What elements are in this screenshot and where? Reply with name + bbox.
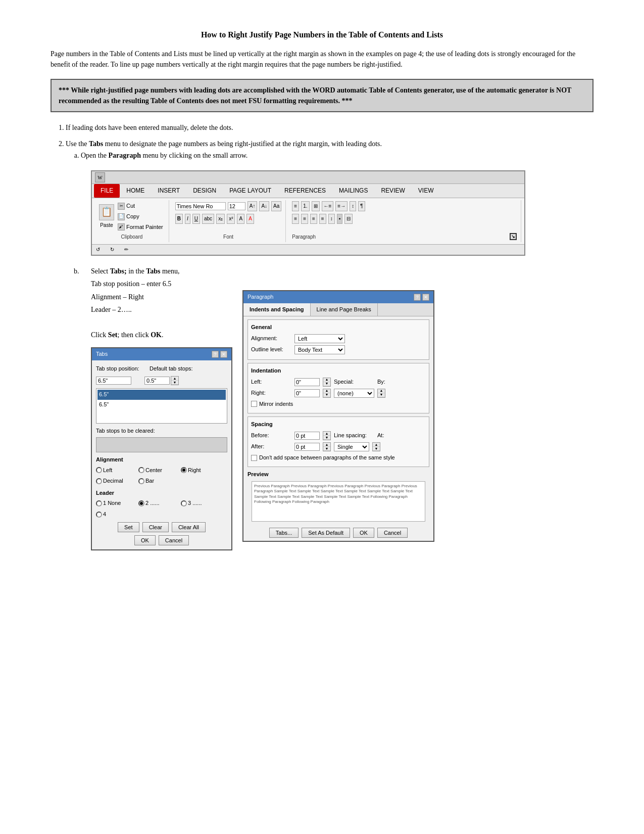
superscript-btn[interactable]: x² xyxy=(227,214,235,224)
undo-btn[interactable]: ↺ xyxy=(96,246,100,254)
tab-listbox[interactable]: 6.5" 6.5" xyxy=(96,388,227,424)
para-tabs-btn[interactable]: Tabs... xyxy=(269,528,299,538)
strikethrough-btn[interactable]: abc xyxy=(202,214,214,224)
radio-leader-2[interactable]: 2 ...... xyxy=(138,499,179,508)
listbox-item-2[interactable]: 6.5" xyxy=(97,400,226,410)
para-dialog-help[interactable]: ? xyxy=(414,294,421,301)
radio-left[interactable]: Left xyxy=(96,466,136,475)
show-marks-btn[interactable]: ¶ xyxy=(358,201,365,211)
font-shrink-btn[interactable]: A↓ xyxy=(259,201,269,211)
tab-insert[interactable]: INSERT xyxy=(151,184,186,198)
tab-home[interactable]: HOME xyxy=(120,184,151,198)
tabs-dialog-close[interactable]: ✕ xyxy=(220,351,227,358)
indent-left-input[interactable] xyxy=(294,378,320,386)
italic-btn[interactable]: I xyxy=(185,214,190,224)
il-spinner-down[interactable]: ▼ xyxy=(323,382,330,386)
tab-page-layout[interactable]: PAGE LAYOUT xyxy=(223,184,278,198)
listbox-item-1[interactable]: 6.5" xyxy=(97,390,226,400)
borders-btn[interactable]: ⊟ xyxy=(344,214,353,224)
radio-leader-none[interactable]: 1 None xyxy=(96,499,136,508)
dont-add-checkbox[interactable]: Don't add space between paragraphs of th… xyxy=(251,453,426,462)
outline-select[interactable]: Body Text xyxy=(294,345,345,354)
tab-mailings[interactable]: MAILINGS xyxy=(332,184,374,198)
ir-spinner-down[interactable]: ▼ xyxy=(323,393,330,397)
indent-left-spinner[interactable]: ▲ ▼ xyxy=(323,378,331,387)
spinner-down[interactable]: ▼ xyxy=(171,381,178,385)
default-stops-spinner[interactable]: ▲ ▼ xyxy=(171,376,179,385)
radio-leader-3[interactable]: 3 ...... xyxy=(181,499,221,508)
paragraph-expand-btn[interactable]: ↘ xyxy=(510,233,517,240)
tab-references[interactable]: REFERENCES xyxy=(278,184,332,198)
at-down[interactable]: ▼ xyxy=(373,447,380,451)
by-spinner-down[interactable]: ▼ xyxy=(378,393,385,397)
tabs-set-btn[interactable]: Set xyxy=(118,522,139,532)
font-size-input[interactable] xyxy=(228,202,245,210)
indent-right-spinner[interactable]: ▲ ▼ xyxy=(323,389,331,398)
para-tab-indents[interactable]: Indents and Spacing xyxy=(243,303,311,316)
radio-decimal[interactable]: Decimal xyxy=(96,477,136,486)
tabs-clear-btn[interactable]: Clear xyxy=(142,522,169,532)
line-spacing-btn[interactable]: ↕ xyxy=(328,214,335,224)
after-input[interactable] xyxy=(294,443,320,451)
format-painter-button[interactable]: 🖌 Format Painter xyxy=(116,222,165,233)
bullets-btn[interactable]: ≡ xyxy=(292,201,299,211)
leader-radio-group: 1 None 2 ...... 3 ...... xyxy=(96,499,227,519)
tab-design[interactable]: DESIGN xyxy=(186,184,223,198)
bold-btn[interactable]: B xyxy=(175,214,183,224)
copy-button[interactable]: 📄 Copy xyxy=(116,212,165,222)
by-spinner[interactable]: ▲ ▼ xyxy=(377,389,385,398)
para-set-default-btn[interactable]: Set As Default xyxy=(302,528,350,538)
before-spinner[interactable]: ▲ ▼ xyxy=(323,431,331,440)
radio-bar[interactable]: Bar xyxy=(138,477,179,486)
font-color-btn[interactable]: A xyxy=(246,214,254,224)
tabs-dialog-title: Tabs xyxy=(96,350,108,359)
tab-view[interactable]: VIEW xyxy=(412,184,440,198)
redo-btn[interactable]: ↻ xyxy=(110,246,114,254)
tab-file[interactable]: FILE xyxy=(94,184,120,198)
para-cancel-btn[interactable]: Cancel xyxy=(377,528,408,538)
alignment-select[interactable]: Left xyxy=(294,334,345,343)
tabs-cancel-btn[interactable]: Cancel xyxy=(159,535,189,545)
cut-button[interactable]: ✂ Cut xyxy=(116,201,165,211)
special-select[interactable]: (none) xyxy=(334,389,374,398)
tab-review[interactable]: REVIEW xyxy=(374,184,411,198)
align-center-btn[interactable]: ≡ xyxy=(301,214,308,224)
decrease-indent-btn[interactable]: ←≡ xyxy=(322,201,334,211)
tabs-clear-all-btn[interactable]: Clear All xyxy=(172,522,206,532)
after-spinner[interactable]: ▲ ▼ xyxy=(323,442,331,451)
justify-btn[interactable]: ≡ xyxy=(319,214,326,224)
tabs-ok-btn[interactable]: OK xyxy=(134,535,156,545)
align-left-btn[interactable]: ≡ xyxy=(292,214,299,224)
shading-btn[interactable]: ▪ xyxy=(337,214,343,224)
bs-down[interactable]: ▼ xyxy=(323,436,330,440)
tab-position-input[interactable] xyxy=(96,377,131,385)
paste-button[interactable]: 📋 Paste xyxy=(99,204,114,229)
highlight-btn[interactable]: A xyxy=(237,214,244,224)
para-tab-line-breaks[interactable]: Line and Page Breaks xyxy=(311,303,378,316)
customize-btn[interactable]: ✏ xyxy=(124,246,128,254)
multi-list-btn[interactable]: ⊞ xyxy=(312,201,320,211)
radio-center[interactable]: Center xyxy=(138,466,179,475)
tabs-dialog-help[interactable]: ? xyxy=(212,351,219,358)
before-input[interactable] xyxy=(294,432,320,440)
clear-format-btn[interactable]: Aa xyxy=(271,201,281,211)
para-ok-btn[interactable]: OK xyxy=(353,528,374,538)
indent-right-input[interactable] xyxy=(294,389,320,397)
radio-leader-2-label: 2 ...... xyxy=(145,499,160,508)
font-grow-btn[interactable]: A↑ xyxy=(247,201,258,211)
font-name-input[interactable] xyxy=(175,202,226,210)
mirror-indents-checkbox[interactable]: Mirror indents xyxy=(251,400,426,409)
at-spinner[interactable]: ▲ ▼ xyxy=(372,442,380,451)
underline-btn[interactable]: U xyxy=(192,214,200,224)
sort-btn[interactable]: ↕ xyxy=(350,201,356,211)
numbering-btn[interactable]: 1. xyxy=(301,201,309,211)
radio-leader-4[interactable]: 4 xyxy=(96,510,136,519)
default-stops-input[interactable] xyxy=(144,377,170,385)
align-right-btn[interactable]: ≡ xyxy=(310,214,317,224)
line-spacing-select[interactable]: Single xyxy=(334,442,369,451)
subscript-btn[interactable]: x₂ xyxy=(216,214,225,224)
para-dialog-close[interactable]: ✕ xyxy=(422,294,429,301)
as-down[interactable]: ▼ xyxy=(323,447,330,451)
radio-right[interactable]: Right xyxy=(181,466,221,475)
increase-indent-btn[interactable]: ≡→ xyxy=(335,201,348,211)
